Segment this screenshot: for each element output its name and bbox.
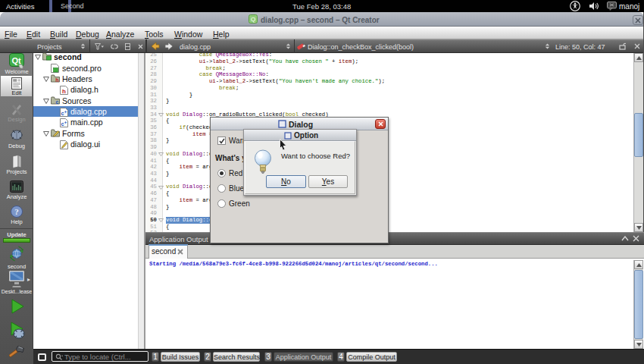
svg-text:?: ?: [14, 207, 19, 216]
svg-text:h: h: [62, 88, 66, 95]
svg-text:c: c: [56, 99, 59, 105]
svg-text:Q: Q: [251, 16, 255, 23]
svg-text:c⁺: c⁺: [61, 120, 67, 127]
svg-text:Qt: Qt: [11, 56, 21, 65]
svg-text:c⁺: c⁺: [61, 109, 67, 116]
svg-text:h: h: [55, 77, 58, 83]
